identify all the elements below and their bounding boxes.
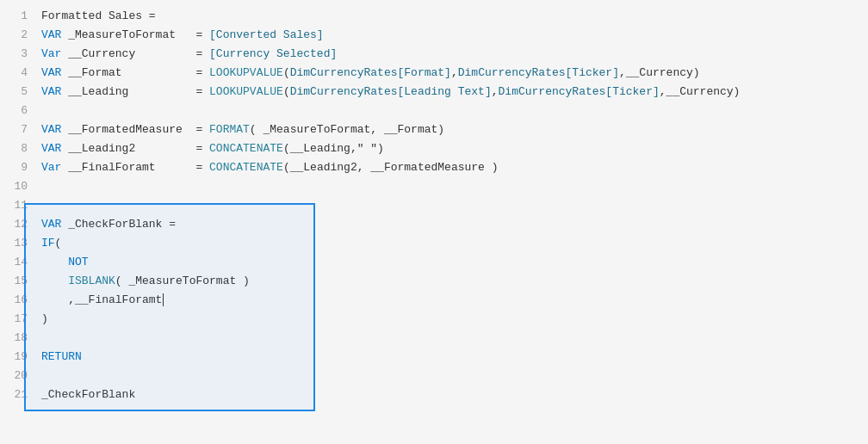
code-line: 19RETURN <box>0 348 868 367</box>
code-line: 3Var __Currency = [Currency Selected] <box>0 45 868 64</box>
line-content: VAR __Format = LOOKUPVALUE(DimCurrencyRa… <box>41 64 700 83</box>
line-number: 17 <box>7 310 28 329</box>
code-line: 18 <box>0 329 868 348</box>
code-line: 1Formatted Sales = <box>0 7 868 26</box>
line-number: 12 <box>7 215 28 234</box>
line-number: 14 <box>7 253 28 272</box>
code-line: 20 <box>0 367 868 385</box>
code-line: 15 ISBLANK( _MeasureToFormat ) <box>0 272 868 291</box>
line-content: RETURN <box>41 348 82 367</box>
line-number: 2 <box>7 26 28 45</box>
code-editor[interactable]: 1Formatted Sales =2VAR _MeasureToFormat … <box>0 0 868 444</box>
line-content <box>41 367 48 385</box>
code-line: 16 ,__FinalForamt <box>0 291 868 310</box>
line-number: 21 <box>7 385 28 404</box>
line-number: 16 <box>7 291 28 310</box>
line-number: 20 <box>7 367 28 385</box>
line-number: 3 <box>7 45 28 64</box>
line-number: 10 <box>7 177 28 196</box>
line-number: 13 <box>7 234 28 253</box>
code-line: 6 <box>0 102 868 120</box>
line-content <box>41 196 48 215</box>
code-line: 11 <box>0 196 868 215</box>
line-number: 9 <box>7 158 28 177</box>
line-content: Var __FinalForamt = CONCATENATE(__Leadin… <box>41 158 499 177</box>
line-number: 4 <box>7 64 28 83</box>
line-content: ) <box>41 310 48 329</box>
code-line: 7VAR __FormatedMeasure = FORMAT( _Measur… <box>0 120 868 139</box>
line-content: VAR __FormatedMeasure = FORMAT( _Measure… <box>41 120 444 139</box>
code-line: 4VAR __Format = LOOKUPVALUE(DimCurrencyR… <box>0 64 868 83</box>
code-line: 17) <box>0 310 868 329</box>
line-number: 6 <box>7 102 28 120</box>
line-number: 11 <box>7 196 28 215</box>
line-content: IF( <box>41 234 61 253</box>
line-number: 5 <box>7 83 28 102</box>
line-content: ISBLANK( _MeasureToFormat ) <box>41 272 250 291</box>
line-content: VAR _CheckForBlank = <box>41 215 176 234</box>
code-line: 21_CheckForBlank <box>0 385 868 404</box>
code-line: 2VAR _MeasureToFormat = [Converted Sales… <box>0 26 868 45</box>
code-line: 12VAR _CheckForBlank = <box>0 215 868 234</box>
line-content <box>41 329 48 348</box>
line-number: 19 <box>7 348 28 367</box>
line-number: 15 <box>7 272 28 291</box>
line-content: ,__FinalForamt <box>41 291 164 310</box>
line-content: VAR __Leading = LOOKUPVALUE(DimCurrencyR… <box>41 83 740 102</box>
code-line: 13IF( <box>0 234 868 253</box>
line-number: 7 <box>7 120 28 139</box>
line-content: _CheckForBlank <box>41 385 135 404</box>
line-content: Var __Currency = [Currency Selected] <box>41 45 337 64</box>
line-content <box>41 102 48 120</box>
code-line: 5VAR __Leading = LOOKUPVALUE(DimCurrency… <box>0 83 868 102</box>
code-line: 14 NOT <box>0 253 868 272</box>
text-cursor <box>163 293 164 306</box>
line-content: VAR _MeasureToFormat = [Converted Sales] <box>41 26 324 45</box>
code-line: 8VAR __Leading2 = CONCATENATE(__Leading,… <box>0 139 868 158</box>
line-content: Formatted Sales = <box>41 7 156 26</box>
line-content: NOT <box>41 253 89 272</box>
line-content: VAR __Leading2 = CONCATENATE(__Leading,"… <box>41 139 384 158</box>
line-number: 8 <box>7 139 28 158</box>
code-line: 10 <box>0 177 868 196</box>
line-number: 18 <box>7 329 28 348</box>
line-content <box>41 177 48 196</box>
line-number: 1 <box>7 7 28 26</box>
code-line: 9Var __FinalForamt = CONCATENATE(__Leadi… <box>0 158 868 177</box>
